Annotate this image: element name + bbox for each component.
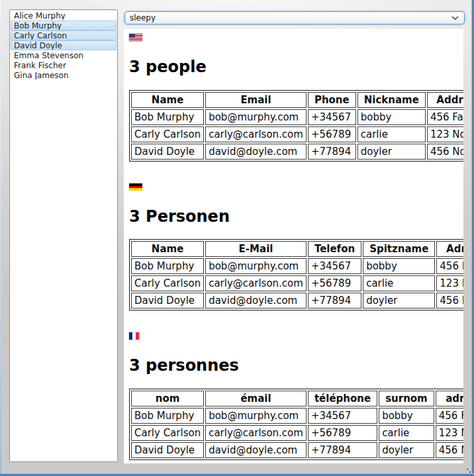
table-cell: 123 No St	[427, 126, 463, 142]
table-cell: David Doyle	[131, 293, 204, 309]
table-cell: +34567	[308, 258, 361, 274]
window-border-bottom[interactable]	[0, 473, 474, 476]
table-cell: 456 No St	[427, 144, 463, 160]
table-cell: bob@murphy.com	[205, 408, 307, 424]
table-cell: carly@carlson.com	[205, 126, 307, 142]
table-cell: carly@carlson.com	[205, 425, 307, 441]
column-header: E-Mail	[205, 241, 307, 257]
table-cell: bobby	[379, 408, 434, 424]
table-cell: +56789	[308, 126, 356, 142]
fr-flag-icon	[129, 332, 139, 340]
table-header-row: nomémailtéléphonesurnomadresse	[131, 391, 463, 406]
table-cell: 456 Fake St	[427, 109, 463, 125]
table-header-row: NameE-MailTelefonSpitznameAdresse	[131, 241, 463, 257]
table-cell: Bob Murphy	[131, 408, 204, 424]
list-item[interactable]: Alice Murphy	[11, 11, 117, 21]
table-cell: bobby	[357, 109, 426, 125]
section-heading: 3 people	[129, 58, 458, 77]
list-item[interactable]: David Doyle	[11, 40, 117, 50]
window-border-right[interactable]	[471, 0, 474, 476]
window-border-left	[0, 0, 1, 476]
table-cell: carly@carlson.com	[205, 275, 307, 291]
table-header-row: NameEmailPhoneNicknameAddress	[131, 92, 463, 108]
table-cell: david@doyle.com	[205, 144, 307, 160]
column-header: Spitzname	[363, 241, 435, 257]
column-header: Address	[427, 92, 463, 108]
table-cell: doyler	[363, 293, 435, 309]
column-header: surnom	[379, 391, 434, 406]
table-row: Bob Murphybob@murphy.com+34567bobby456 F…	[131, 109, 463, 125]
people-table: NameE-MailTelefonSpitznameAdresse Bob Mu…	[129, 239, 463, 310]
report-section: 3 people NameEmailPhoneNicknameAddress B…	[129, 34, 458, 162]
table-row: Carly Carlsoncarly@carlson.com+56789carl…	[131, 425, 463, 441]
column-header: adresse	[436, 391, 463, 406]
list-item[interactable]: Emma Stevenson	[11, 50, 117, 60]
list-item[interactable]: Gina Jameson	[11, 70, 117, 80]
table-row: Carly Carlsoncarly@carlson.com+56789carl…	[131, 126, 463, 142]
table-cell: doyler	[379, 442, 434, 458]
app-window: Alice MurphyBob MurphyCarly CarlsonDavid…	[0, 0, 474, 476]
mood-combobox[interactable]: sleepy	[124, 11, 465, 24]
table-cell: 456 Fake St	[436, 258, 463, 274]
table-cell: 123 No St	[436, 425, 463, 441]
table-cell: carlie	[357, 126, 426, 142]
column-header: Telefon	[308, 241, 361, 257]
table-cell: Bob Murphy	[131, 109, 204, 125]
column-header: Phone	[308, 92, 356, 108]
table-cell: +77894	[308, 144, 356, 160]
people-report-panel: 3 people NameEmailPhoneNicknameAddress B…	[124, 29, 463, 463]
table-cell: bob@murphy.com	[205, 258, 307, 274]
combobox-value: sleepy	[125, 13, 451, 23]
column-header: Email	[205, 92, 307, 108]
de-flag-icon	[129, 183, 142, 191]
table-cell: Carly Carlson	[131, 126, 204, 142]
section-heading: 3 Personen	[129, 208, 458, 226]
table-row: David Doyledavid@doyle.com+77894doyler45…	[131, 144, 463, 160]
people-table: NameEmailPhoneNicknameAddress Bob Murphy…	[129, 90, 463, 162]
column-header: Nickname	[357, 92, 426, 108]
table-cell: +56789	[308, 275, 361, 291]
table-cell: bob@murphy.com	[205, 109, 307, 125]
column-header: Name	[131, 92, 204, 108]
report-section: 3 personnes nomémailtéléphonesurnomadres…	[129, 332, 458, 460]
table-cell: 456 No St	[436, 293, 463, 309]
table-cell: david@doyle.com	[205, 293, 307, 309]
table-cell: +56789	[308, 425, 377, 441]
table-cell: +34567	[308, 109, 356, 125]
table-cell: david@doyle.com	[205, 442, 307, 458]
table-row: Bob Murphybob@murphy.com+34567bobby456 F…	[131, 258, 463, 274]
column-header: émail	[205, 391, 307, 406]
report-section: 3 Personen NameE-MailTelefonSpitznameAdr…	[129, 183, 458, 311]
table-cell: Bob Murphy	[131, 258, 204, 274]
table-row: Bob Murphybob@murphy.com+34567bobby456 F…	[131, 408, 463, 424]
table-row: Carly Carlsoncarly@carlson.com+56789carl…	[131, 275, 463, 291]
table-row: David Doyledavid@doyle.com+77894doyler45…	[131, 293, 463, 309]
list-item[interactable]: Frank Fischer	[11, 60, 117, 70]
table-cell: +77894	[308, 442, 377, 458]
people-table: nomémailtéléphonesurnomadresse Bob Murph…	[129, 389, 463, 460]
table-cell: Carly Carlson	[131, 425, 204, 441]
table-cell: David Doyle	[131, 442, 204, 458]
column-header: nom	[131, 391, 204, 406]
list-item[interactable]: Carly Carlson	[11, 30, 117, 40]
table-cell: doyler	[357, 144, 426, 160]
column-header: Adresse	[436, 241, 463, 257]
section-heading: 3 personnes	[129, 357, 458, 375]
column-header: Name	[131, 241, 204, 257]
table-row: David Doyledavid@doyle.com+77894doyler45…	[131, 442, 463, 458]
table-cell: +77894	[308, 293, 361, 309]
us-flag-icon	[129, 34, 142, 41]
list-item[interactable]: Bob Murphy	[11, 21, 117, 30]
table-cell: Carly Carlson	[131, 275, 204, 291]
table-cell: bobby	[363, 258, 435, 274]
chevron-down-icon	[451, 16, 459, 21]
table-cell: +34567	[308, 408, 377, 424]
people-listbox[interactable]: Alice MurphyBob MurphyCarly CarlsonDavid…	[9, 9, 118, 462]
table-cell: 456 Fake St	[436, 408, 463, 424]
table-cell: David Doyle	[131, 144, 204, 160]
table-cell: carlie	[363, 275, 435, 291]
column-header: téléphone	[308, 391, 377, 406]
resize-grip-icon[interactable]	[463, 465, 471, 473]
table-cell: 456 No St	[436, 442, 463, 458]
table-cell: 123 No St	[436, 275, 463, 291]
